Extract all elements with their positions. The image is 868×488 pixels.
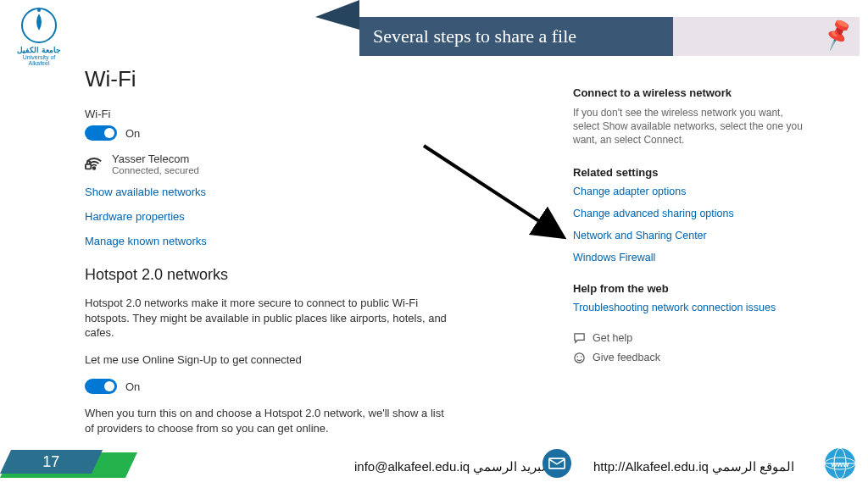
- chat-icon: [573, 332, 586, 345]
- footer-email: البريد الرسمي info@alkafeel.edu.iq: [354, 459, 550, 474]
- svg-point-5: [576, 356, 578, 358]
- slide-title: Several steps to share a file: [373, 25, 576, 47]
- network-status: Connected, secured: [112, 165, 199, 175]
- change-adapter-link[interactable]: Change adapter options: [573, 186, 810, 197]
- hotspot-toggle-state: On: [125, 380, 140, 393]
- globe-icon: www: [822, 446, 858, 481]
- give-feedback-link[interactable]: Give feedback: [573, 352, 810, 364]
- wifi-toggle-state: On: [125, 127, 140, 140]
- side-panel: Connect to a wireless network If you don…: [573, 86, 810, 371]
- wifi-settings-panel: Wi-Fi Wi-Fi On Yasser Telecom Connected,…: [85, 66, 449, 447]
- connect-body: If you don't see the wireless network yo…: [573, 106, 810, 147]
- slide-footer: 17 البريد الرسمي info@alkafeel.edu.iq ال…: [0, 446, 868, 488]
- mail-icon: [542, 449, 571, 478]
- university-logo: جامعة الكفيل University of Alkafeel: [14, 5, 64, 66]
- help-web-heading: Help from the web: [573, 282, 810, 295]
- hotspot-heading: Hotspot 2.0 networks: [85, 266, 449, 284]
- slide-title-ribbon: Several steps to share a file: [359, 17, 868, 56]
- troubleshoot-link[interactable]: Troubleshooting network connection issue…: [573, 302, 810, 313]
- svg-rect-3: [86, 164, 91, 169]
- change-advanced-sharing-link[interactable]: Change advanced sharing options: [573, 208, 810, 219]
- get-help-link[interactable]: Get help: [573, 332, 810, 345]
- current-network[interactable]: Yasser Telecom Connected, secured: [85, 152, 449, 175]
- hotspot-switch-label: Let me use Online Sign-Up to get connect…: [85, 352, 449, 368]
- svg-point-6: [581, 356, 582, 358]
- connect-heading: Connect to a wireless network: [573, 86, 810, 99]
- feedback-icon: [573, 352, 586, 364]
- windows-firewall-link[interactable]: Windows Firewall: [573, 252, 810, 263]
- hardware-properties-link[interactable]: Hardware properties: [85, 210, 449, 223]
- svg-point-1: [37, 8, 41, 12]
- network-name: Yasser Telecom: [112, 152, 199, 165]
- hotspot-description: Hotspot 2.0 networks make it more secure…: [85, 296, 449, 341]
- wifi-toggle[interactable]: [85, 125, 117, 141]
- wifi-secured-icon: [85, 154, 103, 173]
- hotspot-toggle[interactable]: [85, 379, 117, 394]
- show-available-networks-link[interactable]: Show available networks: [85, 186, 449, 198]
- svg-point-2: [93, 167, 96, 169]
- hotspot-note: When you turn this on and choose a Hotsp…: [85, 406, 449, 435]
- svg-text:www: www: [830, 460, 849, 469]
- svg-point-4: [575, 352, 584, 362]
- wifi-switch-label: Wi-Fi: [85, 108, 449, 120]
- manage-known-networks-link[interactable]: Manage known networks: [85, 235, 449, 247]
- related-heading: Related settings: [573, 166, 810, 179]
- logo-icon: [19, 5, 59, 46]
- network-sharing-center-link[interactable]: Network and Sharing Center: [573, 230, 810, 241]
- page-title: Wi-Fi: [85, 66, 449, 92]
- footer-url: الموقع الرسمي http://Alkafeel.edu.iq: [593, 459, 794, 474]
